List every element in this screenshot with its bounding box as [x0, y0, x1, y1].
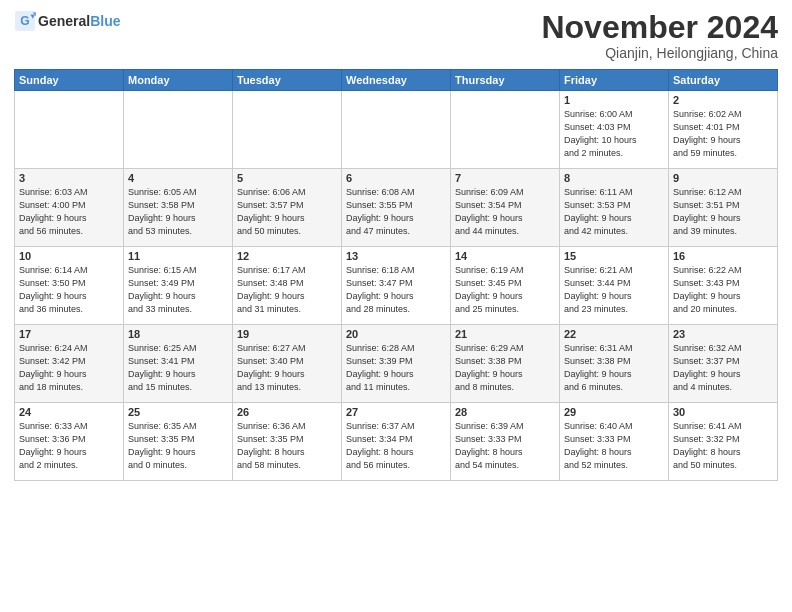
calendar-cell: 13Sunrise: 6:18 AM Sunset: 3:47 PM Dayli… — [342, 247, 451, 325]
calendar-cell: 27Sunrise: 6:37 AM Sunset: 3:34 PM Dayli… — [342, 403, 451, 481]
calendar-cell: 20Sunrise: 6:28 AM Sunset: 3:39 PM Dayli… — [342, 325, 451, 403]
day-number: 23 — [673, 328, 773, 340]
calendar-cell: 10Sunrise: 6:14 AM Sunset: 3:50 PM Dayli… — [15, 247, 124, 325]
week-row-3: 17Sunrise: 6:24 AM Sunset: 3:42 PM Dayli… — [15, 325, 778, 403]
dow-saturday: Saturday — [669, 70, 778, 91]
month-title: November 2024 — [541, 10, 778, 45]
day-of-week-header: SundayMondayTuesdayWednesdayThursdayFrid… — [15, 70, 778, 91]
calendar-cell: 30Sunrise: 6:41 AM Sunset: 3:32 PM Dayli… — [669, 403, 778, 481]
day-info: Sunrise: 6:05 AM Sunset: 3:58 PM Dayligh… — [128, 186, 228, 238]
day-info: Sunrise: 6:14 AM Sunset: 3:50 PM Dayligh… — [19, 264, 119, 316]
title-area: November 2024 Qianjin, Heilongjiang, Chi… — [541, 10, 778, 61]
calendar-cell: 6Sunrise: 6:08 AM Sunset: 3:55 PM Daylig… — [342, 169, 451, 247]
week-row-0: 1Sunrise: 6:00 AM Sunset: 4:03 PM Daylig… — [15, 91, 778, 169]
header: G GeneralBlue November 2024 Qianjin, Hei… — [14, 10, 778, 61]
day-info: Sunrise: 6:03 AM Sunset: 4:00 PM Dayligh… — [19, 186, 119, 238]
day-info: Sunrise: 6:25 AM Sunset: 3:41 PM Dayligh… — [128, 342, 228, 394]
day-number: 16 — [673, 250, 773, 262]
calendar-cell: 17Sunrise: 6:24 AM Sunset: 3:42 PM Dayli… — [15, 325, 124, 403]
day-number: 11 — [128, 250, 228, 262]
logo-general: General — [38, 13, 90, 29]
day-number: 1 — [564, 94, 664, 106]
dow-wednesday: Wednesday — [342, 70, 451, 91]
day-info: Sunrise: 6:33 AM Sunset: 3:36 PM Dayligh… — [19, 420, 119, 472]
day-number: 17 — [19, 328, 119, 340]
calendar-cell: 9Sunrise: 6:12 AM Sunset: 3:51 PM Daylig… — [669, 169, 778, 247]
calendar-cell — [15, 91, 124, 169]
calendar-cell — [233, 91, 342, 169]
day-info: Sunrise: 6:28 AM Sunset: 3:39 PM Dayligh… — [346, 342, 446, 394]
calendar-cell: 12Sunrise: 6:17 AM Sunset: 3:48 PM Dayli… — [233, 247, 342, 325]
calendar-cell: 16Sunrise: 6:22 AM Sunset: 3:43 PM Dayli… — [669, 247, 778, 325]
calendar-cell: 11Sunrise: 6:15 AM Sunset: 3:49 PM Dayli… — [124, 247, 233, 325]
day-number: 3 — [19, 172, 119, 184]
calendar-cell: 29Sunrise: 6:40 AM Sunset: 3:33 PM Dayli… — [560, 403, 669, 481]
day-number: 30 — [673, 406, 773, 418]
calendar-cell — [124, 91, 233, 169]
day-info: Sunrise: 6:08 AM Sunset: 3:55 PM Dayligh… — [346, 186, 446, 238]
day-info: Sunrise: 6:32 AM Sunset: 3:37 PM Dayligh… — [673, 342, 773, 394]
day-info: Sunrise: 6:18 AM Sunset: 3:47 PM Dayligh… — [346, 264, 446, 316]
day-info: Sunrise: 6:22 AM Sunset: 3:43 PM Dayligh… — [673, 264, 773, 316]
svg-text:G: G — [20, 14, 29, 28]
calendar-cell: 28Sunrise: 6:39 AM Sunset: 3:33 PM Dayli… — [451, 403, 560, 481]
dow-monday: Monday — [124, 70, 233, 91]
day-info: Sunrise: 6:11 AM Sunset: 3:53 PM Dayligh… — [564, 186, 664, 238]
dow-friday: Friday — [560, 70, 669, 91]
day-number: 5 — [237, 172, 337, 184]
day-info: Sunrise: 6:31 AM Sunset: 3:38 PM Dayligh… — [564, 342, 664, 394]
calendar-cell: 26Sunrise: 6:36 AM Sunset: 3:35 PM Dayli… — [233, 403, 342, 481]
logo: G GeneralBlue — [14, 10, 120, 32]
day-number: 15 — [564, 250, 664, 262]
calendar-cell: 5Sunrise: 6:06 AM Sunset: 3:57 PM Daylig… — [233, 169, 342, 247]
day-number: 27 — [346, 406, 446, 418]
week-row-2: 10Sunrise: 6:14 AM Sunset: 3:50 PM Dayli… — [15, 247, 778, 325]
day-number: 22 — [564, 328, 664, 340]
day-number: 4 — [128, 172, 228, 184]
day-number: 21 — [455, 328, 555, 340]
calendar-cell: 14Sunrise: 6:19 AM Sunset: 3:45 PM Dayli… — [451, 247, 560, 325]
calendar-cell: 3Sunrise: 6:03 AM Sunset: 4:00 PM Daylig… — [15, 169, 124, 247]
day-info: Sunrise: 6:35 AM Sunset: 3:35 PM Dayligh… — [128, 420, 228, 472]
day-info: Sunrise: 6:15 AM Sunset: 3:49 PM Dayligh… — [128, 264, 228, 316]
calendar-cell: 21Sunrise: 6:29 AM Sunset: 3:38 PM Dayli… — [451, 325, 560, 403]
day-number: 25 — [128, 406, 228, 418]
calendar-cell: 18Sunrise: 6:25 AM Sunset: 3:41 PM Dayli… — [124, 325, 233, 403]
day-number: 10 — [19, 250, 119, 262]
day-number: 28 — [455, 406, 555, 418]
dow-sunday: Sunday — [15, 70, 124, 91]
day-number: 18 — [128, 328, 228, 340]
calendar-cell: 2Sunrise: 6:02 AM Sunset: 4:01 PM Daylig… — [669, 91, 778, 169]
day-info: Sunrise: 6:37 AM Sunset: 3:34 PM Dayligh… — [346, 420, 446, 472]
day-number: 9 — [673, 172, 773, 184]
day-info: Sunrise: 6:19 AM Sunset: 3:45 PM Dayligh… — [455, 264, 555, 316]
day-number: 7 — [455, 172, 555, 184]
week-row-4: 24Sunrise: 6:33 AM Sunset: 3:36 PM Dayli… — [15, 403, 778, 481]
day-info: Sunrise: 6:40 AM Sunset: 3:33 PM Dayligh… — [564, 420, 664, 472]
calendar-body: 1Sunrise: 6:00 AM Sunset: 4:03 PM Daylig… — [15, 91, 778, 481]
calendar-cell — [451, 91, 560, 169]
day-info: Sunrise: 6:12 AM Sunset: 3:51 PM Dayligh… — [673, 186, 773, 238]
day-number: 24 — [19, 406, 119, 418]
day-number: 2 — [673, 94, 773, 106]
calendar-cell — [342, 91, 451, 169]
day-info: Sunrise: 6:17 AM Sunset: 3:48 PM Dayligh… — [237, 264, 337, 316]
page-container: G GeneralBlue November 2024 Qianjin, Hei… — [0, 0, 792, 489]
day-info: Sunrise: 6:27 AM Sunset: 3:40 PM Dayligh… — [237, 342, 337, 394]
day-info: Sunrise: 6:21 AM Sunset: 3:44 PM Dayligh… — [564, 264, 664, 316]
day-number: 26 — [237, 406, 337, 418]
day-number: 19 — [237, 328, 337, 340]
day-info: Sunrise: 6:29 AM Sunset: 3:38 PM Dayligh… — [455, 342, 555, 394]
calendar-cell: 23Sunrise: 6:32 AM Sunset: 3:37 PM Dayli… — [669, 325, 778, 403]
day-number: 20 — [346, 328, 446, 340]
calendar-cell: 19Sunrise: 6:27 AM Sunset: 3:40 PM Dayli… — [233, 325, 342, 403]
calendar-cell: 25Sunrise: 6:35 AM Sunset: 3:35 PM Dayli… — [124, 403, 233, 481]
day-info: Sunrise: 6:41 AM Sunset: 3:32 PM Dayligh… — [673, 420, 773, 472]
calendar-cell: 15Sunrise: 6:21 AM Sunset: 3:44 PM Dayli… — [560, 247, 669, 325]
calendar-cell: 1Sunrise: 6:00 AM Sunset: 4:03 PM Daylig… — [560, 91, 669, 169]
day-number: 12 — [237, 250, 337, 262]
calendar-cell: 4Sunrise: 6:05 AM Sunset: 3:58 PM Daylig… — [124, 169, 233, 247]
calendar-cell: 24Sunrise: 6:33 AM Sunset: 3:36 PM Dayli… — [15, 403, 124, 481]
day-info: Sunrise: 6:02 AM Sunset: 4:01 PM Dayligh… — [673, 108, 773, 160]
day-info: Sunrise: 6:09 AM Sunset: 3:54 PM Dayligh… — [455, 186, 555, 238]
